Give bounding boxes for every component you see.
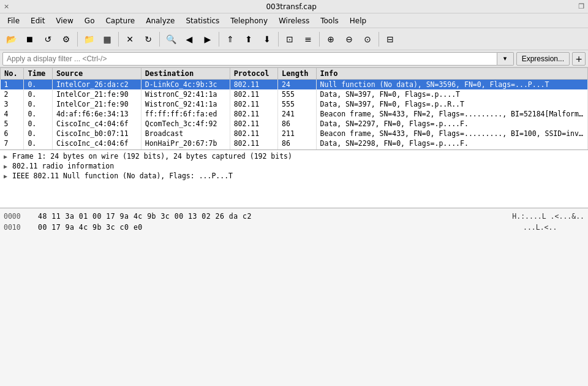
open-button[interactable]: 📂: [2, 31, 20, 48]
table-row[interactable]: 10.IntelCor_26:da:c2D-LinkCo_4c:9b:3c802…: [1, 80, 588, 90]
clear-button[interactable]: ✕: [121, 31, 138, 48]
cell-time: 0.: [24, 89, 52, 99]
zoom-reset-button[interactable]: ⊙: [359, 31, 376, 48]
packet-table-body: 10.IntelCor_26:da:c2D-LinkCo_4c:9b:3c802…: [1, 80, 588, 151]
display-filter-input[interactable]: [2, 52, 497, 66]
reload-button[interactable]: ↺: [39, 31, 56, 48]
detail-row[interactable]: ▶IEEE 802.11 Null function (No data), Fl…: [2, 171, 586, 181]
table-row[interactable]: 30.IntelCor_21:fe:90WistronC_92:41:1a802…: [1, 99, 588, 109]
cell-length: 86: [278, 119, 316, 129]
cell-no: 4: [1, 109, 24, 119]
open-recent-button[interactable]: 📁: [80, 31, 97, 48]
toolbar-separator: [77, 32, 78, 47]
zoom-out-button[interactable]: ⊖: [341, 31, 358, 48]
menu-item-tools[interactable]: Tools: [315, 15, 344, 26]
find-button[interactable]: 🔍: [162, 31, 179, 48]
prev-button[interactable]: ◀: [181, 31, 198, 48]
menu-item-wireless[interactable]: Wireless: [274, 15, 314, 26]
col-header-info[interactable]: Info: [316, 68, 587, 80]
menu-item-go[interactable]: Go: [80, 15, 100, 26]
go-up-button[interactable]: ⇑: [222, 31, 239, 48]
cell-info: Beacon frame, SN=433, FN=2, Flags=......…: [316, 109, 587, 119]
cell-no: 2: [1, 89, 24, 99]
cell-destination: QcomTech_3c:4f:92: [141, 119, 230, 129]
columns-button[interactable]: ▦: [99, 31, 116, 48]
refresh-button[interactable]: ↻: [140, 31, 157, 48]
packet-table-header: No.TimeSourceDestinationProtocolLengthIn…: [1, 68, 588, 80]
col-header-time[interactable]: Time: [24, 68, 52, 80]
plus-icon: +: [575, 54, 582, 64]
zoom-in-button[interactable]: ⊕: [322, 31, 339, 48]
menu-item-analyze[interactable]: Analyze: [141, 15, 179, 26]
cell-time: 0.: [24, 119, 52, 129]
detail-row[interactable]: ▶Frame 1: 24 bytes on wire (192 bits), 2…: [2, 151, 586, 161]
cell-length: 241: [278, 109, 316, 119]
hex-ascii: H.:....L .<...&..: [512, 211, 584, 222]
toolbar-separator: [379, 32, 379, 47]
scroll-bottom-button[interactable]: ⬇: [258, 31, 276, 48]
table-row[interactable]: 40.4d:af:f6:6e:34:13ff:ff:ff:6f:fa:ed802…: [1, 109, 588, 119]
expand-arrow-icon: ▶: [4, 153, 12, 160]
cell-time: 0.: [24, 129, 52, 138]
filter-input-wrap: ▾: [2, 52, 514, 66]
next-button[interactable]: ▶: [199, 31, 216, 48]
cell-protocol: 802.11: [230, 99, 277, 109]
cell-no: 7: [1, 138, 24, 148]
expression-button[interactable]: Expression...: [516, 52, 570, 66]
col-header-source[interactable]: Source: [52, 68, 141, 80]
col-header-protocol[interactable]: Protocol: [230, 68, 277, 80]
detail-text: Frame 1: 24 bytes on wire (192 bits), 24…: [12, 152, 292, 161]
menu-item-view[interactable]: View: [51, 15, 78, 26]
menu-item-help[interactable]: Help: [345, 15, 371, 26]
cell-no: 3: [1, 99, 24, 109]
cell-length: 555: [278, 89, 316, 99]
cell-destination: Broadcast: [141, 129, 230, 138]
cell-no: 5: [1, 119, 24, 129]
cell-protocol: 802.11: [230, 119, 277, 129]
table-row[interactable]: 70.CiscoInc_c4:04:6fHonHaiPr_20:67:7b802…: [1, 138, 588, 148]
titlebar: × 003transf.cap ❐: [0, 0, 588, 13]
cell-protocol: 802.11: [230, 89, 277, 99]
stop-button[interactable]: ⏹: [21, 31, 38, 48]
filter-dropdown-button[interactable]: ▾: [497, 52, 514, 66]
table-row[interactable]: 60.CiscoInc_b0:07:11Broadcast802.11211Be…: [1, 129, 588, 138]
prefs-button[interactable]: ⚙: [58, 31, 75, 48]
menu-item-capture[interactable]: Capture: [100, 15, 140, 26]
cell-length: 555: [278, 99, 316, 109]
col-header-destination[interactable]: Destination: [141, 68, 230, 80]
scroll-top-button[interactable]: ⬆: [240, 31, 257, 48]
titlebar-close[interactable]: ×: [4, 2, 9, 10]
detail-text: IEEE 802.11 Null function (No data), Fla…: [12, 172, 233, 180]
toolbar-separator: [319, 32, 320, 47]
add-filter-button[interactable]: +: [572, 52, 586, 66]
menu-item-telephony[interactable]: Telephony: [225, 15, 273, 26]
menu-item-edit[interactable]: Edit: [26, 15, 50, 26]
menu-item-file[interactable]: File: [2, 15, 24, 26]
cell-source: CiscoInc_b0:07:11: [52, 129, 141, 138]
toolbar: 📂⏹↺⚙📁▦✕↻🔍◀▶⇑⬆⬇⊡≡⊕⊖⊙⊟: [0, 28, 588, 50]
col-header-length[interactable]: Length: [278, 68, 316, 80]
detail-row[interactable]: ▶802.11 radio information: [2, 161, 586, 171]
cell-no: 6: [1, 129, 24, 138]
list-button[interactable]: ≡: [300, 31, 317, 48]
expand-arrow-icon: ▶: [4, 173, 12, 180]
packet-detail: ▶Frame 1: 24 bytes on wire (192 bits), 2…: [0, 150, 588, 208]
cell-info: Data, SN=2298, FN=0, Flags=.p....F.: [316, 138, 587, 148]
menubar: FileEditViewGoCaptureAnalyzeStatisticsTe…: [0, 13, 588, 28]
toolbar-separator: [118, 32, 119, 47]
table-row[interactable]: 50.CiscoInc_c4:04:6fQcomTech_3c:4f:92802…: [1, 119, 588, 129]
table-row[interactable]: 20.IntelCor_21:fe:90WistronC_92:41:1a802…: [1, 89, 588, 99]
col-header-no[interactable]: No.: [1, 68, 24, 80]
hex-bytes: 48 11 3a 01 00 17 9a 4c 9b 3c 00 13 02 2…: [38, 211, 502, 222]
extra-button[interactable]: ⊟: [382, 31, 399, 48]
cell-destination: ff:ff:ff:6f:fa:ed: [141, 109, 230, 119]
titlebar-maximize[interactable]: ❐: [578, 2, 584, 10]
packet-list-container: No.TimeSourceDestinationProtocolLengthIn…: [0, 67, 588, 150]
toggle-button[interactable]: ⊡: [281, 31, 298, 48]
cell-time: 0.: [24, 109, 52, 119]
cell-time: 0.: [24, 138, 52, 148]
menu-item-statistics[interactable]: Statistics: [181, 15, 224, 26]
cell-destination: WistronC_92:41:1a: [141, 99, 230, 109]
cell-info: Beacon frame, SN=433, FN=0, Flags=......…: [316, 129, 587, 138]
cell-source: IntelCor_21:fe:90: [52, 89, 141, 99]
